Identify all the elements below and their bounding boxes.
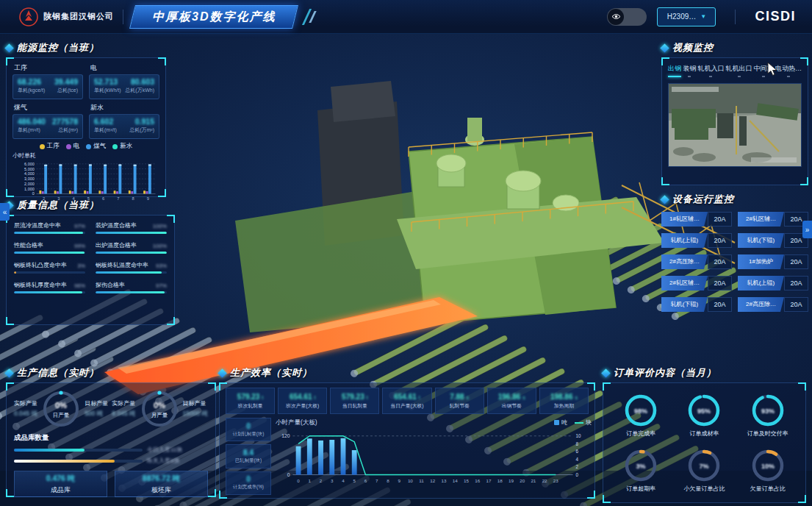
donut-label: 订单成材率 [689, 430, 719, 438]
equipment-row: 1#轧区辅…20A [661, 212, 732, 227]
gauge-donut: 0%月产量 [140, 389, 179, 429]
order-donut: 98%订单完成率 [609, 388, 672, 443]
video-tab-3[interactable]: 轧机出口 [726, 64, 752, 77]
energy-value: 52.713 [94, 77, 118, 86]
stat-value: 654.61 t [394, 393, 420, 401]
svg-text:22: 22 [542, 478, 547, 483]
equipment-row: 1#加热炉20A [738, 254, 808, 269]
energy-card: 52.713单耗(kWh/t)80.603总耗(万kWh) [89, 74, 159, 99]
company-logo-icon [19, 7, 38, 26]
video-tab-0[interactable]: 出钢 [668, 64, 681, 77]
cctv-frame [669, 84, 801, 166]
visibility-toggle[interactable] [607, 8, 647, 26]
equipment-label-button[interactable]: 1#加热炉 [738, 254, 784, 269]
panel-title: 能源监控（当班） [17, 41, 99, 54]
energy-card-工序: 工序68.226单耗(kgce/t)39.449总耗(tce) [12, 63, 83, 99]
equipment-current-value: 20A [708, 212, 732, 227]
panel-title: 订单评价内容（当月） [614, 366, 716, 380]
equipment-row: 轧机(上辊)20A [661, 233, 732, 248]
actual-label: 实际产量 [112, 399, 135, 407]
equipment-label-button[interactable]: 2#高压除… [661, 254, 708, 269]
inventory-card-label: 成品库 [51, 485, 71, 495]
equipment-label-button[interactable]: 2#轧区辅… [661, 276, 708, 291]
energy-chart-ylabel: 小时单耗 [12, 152, 159, 160]
equipment-row: 2#高压除…20A [661, 254, 732, 269]
stat-label: 加热周期 [554, 402, 574, 410]
equipment-label-button[interactable]: 轧机(上辊) [661, 233, 708, 248]
equipment-current-value: 20A [708, 276, 732, 291]
equipment-label-button[interactable]: 2#高压除… [738, 297, 784, 312]
energy-value: 39.449 [54, 77, 78, 86]
quality-value: 97% [156, 282, 167, 289]
stat-value: 198.86 s [550, 393, 578, 401]
inventory-card-label: 板坯库 [151, 485, 171, 495]
svg-text:0: 0 [287, 472, 290, 477]
energy-unit-label: 总耗(m³) [58, 126, 78, 134]
energy-value: 80.603 [131, 77, 154, 86]
mini-label: 计划完成率(%) [233, 484, 264, 491]
donut-chart: 10% [750, 448, 786, 483]
stat-label: 轧制节奏 [450, 402, 470, 410]
actual-label: 实际产量 [14, 399, 37, 407]
donut-label: 订单超期率 [626, 485, 655, 493]
donut-label: 小欠量订单占比 [683, 485, 725, 493]
svg-text:4: 4 [342, 478, 345, 483]
heat-number-dropdown[interactable]: H2309…▼ [657, 7, 716, 26]
video-feed[interactable] [668, 83, 802, 167]
svg-text:0%: 0% [154, 401, 165, 410]
svg-text:日产量: 日产量 [53, 412, 70, 418]
right-collapse-handle[interactable]: » [802, 221, 812, 238]
svg-text:3,000: 3,000 [24, 177, 35, 181]
svg-text:10%: 10% [761, 463, 775, 470]
video-tab-5[interactable]: 电动热… [775, 64, 802, 77]
equipment-label-button[interactable]: 1#轧区辅… [661, 212, 708, 227]
quality-bar-fill [96, 291, 165, 293]
equipment-label-button[interactable]: 轧机(上辊) [738, 276, 784, 291]
svg-text:18: 18 [497, 478, 503, 483]
svg-text:11: 11 [419, 478, 424, 483]
energy-value: 6.602 [94, 117, 113, 126]
svg-text:93%: 93% [761, 407, 775, 415]
equipment-current-value: 20A [784, 297, 808, 312]
legend-item: 新水 [112, 142, 132, 151]
diamond-icon [601, 368, 611, 378]
production-gauge: 实际产量0.045 吨0%日产量目标产量500 吨 [14, 389, 108, 429]
svg-text:8: 8 [387, 478, 389, 483]
quality-label: 层流冷温度命中率 [14, 221, 61, 229]
svg-text:9: 9 [398, 478, 400, 483]
svg-text:6: 6 [576, 449, 579, 454]
inventory-card-板坯库: 8876.72 吨板坯库 [115, 471, 208, 497]
svg-text:6: 6 [364, 478, 367, 483]
svg-text:19: 19 [509, 478, 514, 483]
stat-label: 出钢节奏 [502, 402, 522, 410]
svg-text:0: 0 [32, 191, 35, 196]
svg-text:16: 16 [475, 478, 480, 483]
energy-unit-label: 总耗(万kWh) [125, 87, 154, 94]
left-collapse-handle[interactable]: « [0, 203, 10, 221]
video-tab-2[interactable]: 轧机入口 [697, 64, 724, 77]
donut-label: 订单及时交付率 [747, 430, 788, 438]
quality-value: 100% [153, 223, 167, 229]
quality-item: 性能合格率99% [14, 241, 85, 254]
efficiency-mini-stat: 0计划轧制量(块) [226, 418, 271, 441]
energy-unit-label: 单耗(m³/t) [18, 126, 40, 134]
equipment-label-button[interactable]: 轧机(下辊) [738, 233, 784, 248]
equipment-row: 轧机(上辊)20A [738, 276, 808, 291]
inventory-bar-fill [14, 460, 115, 463]
equipment-label-button[interactable]: 2#轧区辅… [738, 212, 784, 227]
video-tab-1[interactable]: 装钢 [683, 64, 696, 77]
hour-chart-legend: 吨块 [554, 418, 592, 427]
hour-chart-title: 小时产量(大板) [276, 418, 317, 427]
panel-title: 生产信息（实时） [17, 366, 99, 380]
equipment-current-value: 20A [708, 254, 732, 269]
mini-value: 0 [246, 475, 251, 483]
panel-title: 视频监控 [672, 41, 714, 54]
inventory-card-成品库: 0.476 吨成品库 [14, 471, 107, 497]
target-label: 目标产量 [183, 399, 209, 407]
energy-value: 277578 [52, 117, 78, 126]
video-tab-4[interactable]: 中间冷 [754, 64, 774, 77]
equipment-label-button[interactable]: 轧机(下辊) [661, 297, 708, 312]
quality-item: 层流冷温度命中率97% [14, 221, 85, 234]
order-donut: 3%订单超期率 [609, 443, 672, 498]
diamond-icon [660, 195, 669, 204]
